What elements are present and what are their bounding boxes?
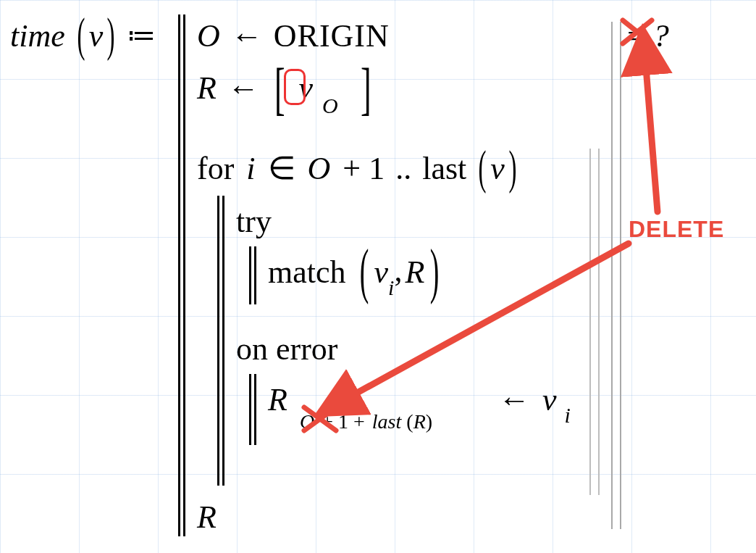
line-assign-origin: O ← ORIGIN [197, 17, 390, 54]
var-R: R [197, 70, 217, 106]
for-last: last [422, 151, 466, 186]
origin-const: ORIGIN [274, 18, 390, 54]
block-bar-try [249, 246, 256, 304]
onerror-line: on error [236, 330, 338, 367]
in-symbol: ∈ [268, 151, 295, 186]
arrow-to-subscript [327, 241, 639, 415]
highlight-v-box [284, 69, 306, 105]
kw-for: for [197, 151, 234, 186]
algorithm-canvas: time (v) ≔ O ← ORIGIN R ← [ v O ] for i … [0, 0, 756, 553]
for-plus1: + 1 [343, 151, 385, 186]
left-arrow-2: ← [224, 70, 262, 106]
subscript-O: O [322, 93, 338, 117]
assign-R: R [268, 382, 287, 417]
for-line: for i ∈ O + 1 .. last (v) [197, 149, 521, 187]
for-last-arg: v [490, 151, 505, 186]
block-bar-onerror [249, 374, 256, 445]
arrow-to-eq [630, 43, 673, 216]
return-line: R [197, 499, 217, 536]
definition-lhs: time (v) ≔ [10, 17, 154, 54]
left-arrow-1: ← [228, 18, 266, 54]
kw-try: try [236, 204, 272, 239]
delete-label: DELETE [629, 216, 724, 243]
kw-onerror: on error [236, 331, 338, 367]
var-O: O [197, 18, 220, 54]
block-bar-for [217, 196, 224, 486]
assign-line: R [268, 381, 287, 418]
svg-line-5 [336, 244, 629, 404]
func-arg: v [89, 18, 104, 54]
var-i: i [242, 151, 259, 186]
coloneq: ≔ [127, 19, 154, 51]
for-O: O [303, 151, 335, 186]
svg-line-4 [644, 49, 658, 212]
try-line: try [236, 203, 272, 240]
return-R: R [197, 499, 217, 535]
for-dots: .. [392, 151, 414, 186]
func-name: time [10, 18, 65, 54]
block-bar-main [178, 14, 185, 536]
